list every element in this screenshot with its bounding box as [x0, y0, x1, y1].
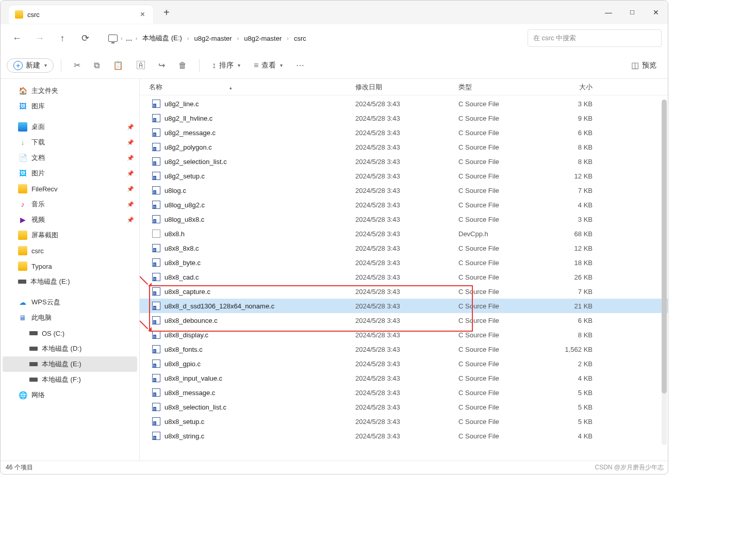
file-row[interactable]: u8g2_message.c2024/5/28 3:43C Source Fil…	[140, 125, 668, 140]
file-size: 6 KB	[551, 317, 608, 324]
new-tab-button[interactable]: +	[158, 5, 175, 21]
forward-button[interactable]: →	[29, 29, 50, 47]
sidebar-item[interactable]: csrc	[3, 243, 137, 258]
breadcrumb-item[interactable]: 本地磁盘 (E:)	[140, 32, 184, 44]
column-header[interactable]: 名称▴ 修改日期 类型 大小	[140, 79, 668, 95]
file-row[interactable]: u8g2_line.c2024/5/28 3:43C Source File3 …	[140, 96, 668, 111]
sidebar-this-pc[interactable]: 🖥此电脑	[3, 310, 137, 325]
file-row[interactable]: u8g2_polygon.c2024/5/28 3:43C Source Fil…	[140, 140, 668, 154]
file-row[interactable]: u8g2_ll_hvline.c2024/5/28 3:43C Source F…	[140, 111, 668, 125]
file-row[interactable]: u8x8_8x8.c2024/5/28 3:43C Source File12 …	[140, 241, 668, 255]
delete-button[interactable]: 🗑	[173, 58, 192, 73]
file-list[interactable]: u8g2_line.c2024/5/28 3:43C Source File3 …	[140, 95, 668, 461]
file-row[interactable]: u8log_u8g2.c2024/5/28 3:43C Source File4…	[140, 198, 668, 212]
sidebar-gallery[interactable]: 🖼图库	[3, 99, 137, 114]
sidebar-item[interactable]: 屏幕截图	[3, 227, 137, 243]
sort-icon: ↕	[212, 61, 216, 70]
file-row[interactable]: u8x8_string.c2024/5/28 3:43C Source File…	[140, 429, 668, 443]
col-type[interactable]: 类型	[458, 83, 551, 92]
col-size[interactable]: 大小	[551, 83, 608, 92]
file-row[interactable]: u8x8_cad.c2024/5/28 3:43C Source File26 …	[140, 270, 668, 284]
sidebar[interactable]: 🏠主文件夹 🖼图库 桌面📌↓下载📌📄文档📌🖼图片📌FileRecv📌♪音乐📌▶视…	[1, 79, 140, 461]
sidebar-item[interactable]: 桌面📌	[3, 119, 137, 135]
file-name: u8log_u8x8.c	[165, 216, 355, 223]
sidebar-item[interactable]: 🖼图片📌	[3, 166, 137, 181]
file-row[interactable]: u8x8_capture.c2024/5/28 3:43C Source Fil…	[140, 284, 668, 299]
view-button[interactable]: ≡查看▾	[249, 58, 288, 73]
file-name: u8x8_display.c	[165, 331, 355, 339]
file-row[interactable]: u8x8_byte.c2024/5/28 3:43C Source File18…	[140, 255, 668, 270]
video-icon: ▶	[18, 215, 27, 224]
file-row[interactable]: u8x8_message.c2024/5/28 3:43C Source Fil…	[140, 385, 668, 400]
file-size: 4 KB	[551, 432, 608, 440]
file-row[interactable]: u8x8_selection_list.c2024/5/28 3:43C Sou…	[140, 400, 668, 414]
tab-csrc[interactable]: csrc ×	[9, 5, 153, 24]
file-size: 2 KB	[551, 360, 608, 368]
col-name[interactable]: 名称▴	[149, 83, 355, 92]
sidebar-item[interactable]: Typora	[3, 258, 137, 274]
file-name: u8x8.h	[165, 230, 355, 238]
file-row[interactable]: u8x8_fonts.c2024/5/28 3:43C Source File1…	[140, 342, 668, 356]
sort-button[interactable]: ↕排序▾	[207, 58, 245, 73]
copy-button[interactable]: ⧉	[89, 58, 105, 73]
sidebar-drive[interactable]: OS (C:)	[3, 325, 137, 341]
tab-close-icon[interactable]: ×	[137, 9, 148, 20]
file-row[interactable]: u8g2_setup.c2024/5/28 3:43C Source File1…	[140, 169, 668, 183]
sidebar-item[interactable]: ♪音乐📌	[3, 197, 137, 212]
new-button[interactable]: + 新建 ▾	[7, 58, 54, 73]
up-button[interactable]: ↑	[52, 29, 73, 47]
sidebar-drive[interactable]: 本地磁盘 (E:)	[3, 356, 137, 372]
file-row[interactable]: u8x8_d_ssd1306_128x64_noname.c2024/5/28 …	[140, 299, 668, 313]
file-type: C Source File	[458, 259, 551, 267]
sidebar-item[interactable]: ↓下载📌	[3, 135, 137, 150]
separator	[61, 59, 61, 72]
file-row[interactable]: u8g2_selection_list.c2024/5/28 3:43C Sou…	[140, 154, 668, 169]
scrollbar-thumb[interactable]	[662, 100, 667, 394]
maximize-button[interactable]: ☐	[620, 2, 644, 23]
breadcrumb-item[interactable]: u8g2-master	[192, 34, 234, 43]
file-icon	[152, 215, 160, 223]
close-window-button[interactable]: ✕	[644, 2, 668, 23]
file-row[interactable]: u8x8_gpio.c2024/5/28 3:43C Source File2 …	[140, 356, 668, 371]
file-row[interactable]: u8x8_input_value.c2024/5/28 3:43C Source…	[140, 371, 668, 385]
sidebar-item[interactable]: FileRecv📌	[3, 181, 137, 197]
sidebar-drive[interactable]: 本地磁盘 (F:)	[3, 372, 137, 387]
refresh-button[interactable]: ⟳	[75, 29, 95, 47]
minimize-button[interactable]: —	[597, 2, 620, 23]
sidebar-item[interactable]: ▶视频📌	[3, 212, 137, 227]
search-input[interactable]: 在 csrc 中搜索	[528, 29, 662, 47]
breadcrumb-overflow[interactable]: …	[126, 35, 133, 42]
preview-button[interactable]: ◫预览	[626, 57, 662, 73]
file-row[interactable]: u8log_u8x8.c2024/5/28 3:43C Source File3…	[140, 212, 668, 226]
file-row[interactable]: u8x8_display.c2024/5/28 3:43C Source Fil…	[140, 328, 668, 342]
sidebar-item[interactable]: 本地磁盘 (E:)	[3, 274, 137, 289]
share-button[interactable]: ↪	[153, 57, 170, 73]
file-row[interactable]: u8x8.h2024/5/28 3:43DevCpp.h68 KB	[140, 226, 668, 241]
col-date[interactable]: 修改日期	[355, 83, 458, 92]
rename-button[interactable]: 🇦	[132, 58, 150, 73]
scrollbar[interactable]	[662, 100, 667, 445]
cut-button[interactable]: ✂	[69, 57, 86, 73]
chevron-down-icon: ▾	[44, 62, 47, 68]
file-size: 3 KB	[551, 100, 608, 108]
file-date: 2024/5/28 3:43	[355, 317, 458, 324]
back-button[interactable]: ←	[7, 29, 27, 47]
more-button[interactable]: ⋯	[291, 57, 309, 73]
file-type: C Source File	[458, 418, 551, 426]
sidebar-drive[interactable]: 本地磁盘 (D:)	[3, 341, 137, 356]
file-type: C Source File	[458, 143, 551, 151]
sidebar-home[interactable]: 🏠主文件夹	[3, 83, 137, 99]
pc-icon: 🖥	[18, 313, 27, 322]
file-row[interactable]: u8x8_debounce.c2024/5/28 3:43C Source Fi…	[140, 313, 668, 328]
sidebar-wps[interactable]: ☁WPS云盘	[3, 295, 137, 310]
pin-icon: 📌	[127, 186, 134, 192]
file-row[interactable]: u8x8_setup.c2024/5/28 3:43C Source File5…	[140, 414, 668, 429]
sidebar-network[interactable]: 🌐网络	[3, 387, 137, 403]
file-date: 2024/5/28 3:43	[355, 158, 458, 166]
breadcrumb-item[interactable]: csrc	[292, 34, 308, 43]
breadcrumb[interactable]: › … › 本地磁盘 (E:) › u8g2-master › u8g2-mas…	[104, 29, 519, 47]
breadcrumb-item[interactable]: u8g2-master	[242, 34, 284, 43]
sidebar-item[interactable]: 📄文档📌	[3, 150, 137, 166]
paste-button[interactable]: 📋	[108, 57, 128, 73]
file-row[interactable]: u8log.c2024/5/28 3:43C Source File7 KB	[140, 183, 668, 198]
